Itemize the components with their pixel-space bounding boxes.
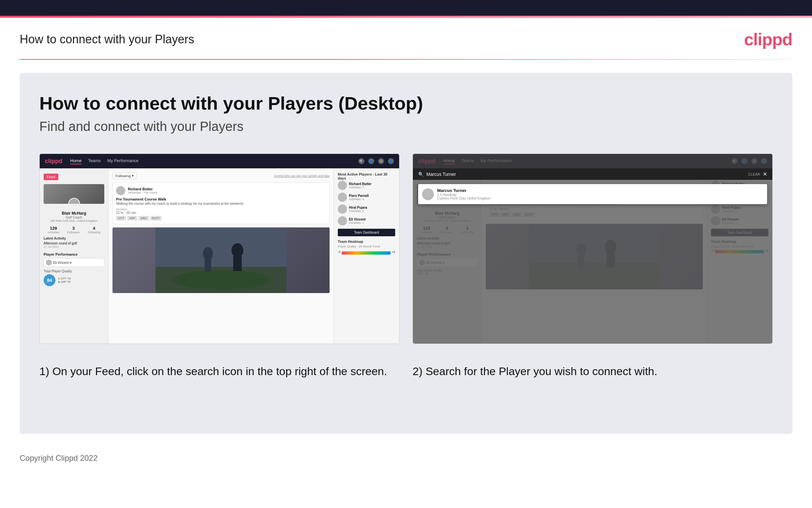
app-logo-1: clippd [45, 158, 62, 165]
settings-icon[interactable]: ⚙ [378, 158, 384, 164]
heatmap-bar-1 [342, 251, 391, 255]
player-performance-section-1: Player Performance Eli Vincent ▾ Total P… [44, 252, 104, 286]
profile-banner-1 [44, 184, 104, 204]
top-bar [0, 0, 812, 16]
copyright: Copyright Clippd 2022 [20, 454, 97, 462]
activity-card-header-1: Richard Butler Yesterday - The Grove [116, 186, 326, 195]
svg-point-3 [203, 247, 213, 260]
latest-activity-1: Latest Activity Afternoon round of golf … [44, 237, 104, 248]
svg-point-2 [172, 270, 270, 290]
page-title: How to connect with your Players [20, 33, 194, 46]
search-icon-overlay: 🔍 [418, 172, 424, 177]
player-avatar-1 [338, 181, 347, 190]
team-heatmap-title-1: Team Heatmap [338, 240, 395, 244]
search-result-avatar [422, 188, 434, 200]
app-right-1: Most Active Players - Last 30 days Richa… [334, 168, 399, 344]
card-avatar-1 [116, 186, 125, 195]
screenshot-2: clippd Home Teams My Performance 🔍 👤 ⚙ 👤 [413, 154, 773, 344]
caption-2: 2) Search for the Player you wish to con… [413, 364, 773, 379]
svg-rect-4 [205, 259, 211, 272]
caption-1: 1) On your Feed, click on the search ico… [39, 364, 399, 379]
profile-info-1: Blair McHarg Golf Coach Mill Ride Golf C… [44, 211, 104, 222]
nav-item-home[interactable]: Home [70, 158, 82, 164]
team-dashboard-btn-1[interactable]: Team Dashboard [338, 229, 395, 236]
player-avatar-2 [338, 193, 347, 202]
app-middle-1: Following ▾ Control who can see your act… [108, 168, 334, 344]
search-icon[interactable]: 🔍 [359, 158, 364, 164]
search-input[interactable] [426, 172, 746, 177]
stat-activities-1: 129 Activities [48, 226, 59, 234]
heatmap-sub-1: Player Quality - 20 Round Trend [338, 245, 395, 248]
main-subtitle: Find and connect with your Players [39, 119, 773, 134]
player-item-3: Hiral Pujara Activities: 3 [338, 205, 395, 214]
header-divider [20, 59, 792, 60]
card-duration-1: Duration 02 hr : 00 min [116, 207, 326, 215]
app-screenshot-1: clippd Home Teams My Performance 🔍 👤 ⚙ 👤 [40, 154, 399, 344]
player-select-1[interactable]: Eli Vincent ▾ [44, 258, 104, 267]
search-result-item[interactable]: Marcus Turner 1.5 Handicap Cypress Point… [422, 188, 763, 200]
footer: Copyright Clippd 2022 [0, 447, 812, 469]
following-header-1: Following ▾ Control who can see your act… [112, 172, 330, 179]
captions-row: 1) On your Feed, click on the search ico… [39, 364, 773, 379]
stat-following-1: 4 Following [88, 226, 100, 234]
nav-item-teams[interactable]: Teams [88, 158, 101, 164]
search-bar-overlay: 🔍 CLEAR ✕ [413, 168, 772, 180]
svg-rect-6 [233, 256, 242, 271]
feed-tab-1[interactable]: Feed [44, 174, 58, 180]
tpq-bars: ■ OTT 79 ■ APP 70 [58, 277, 70, 284]
player-item-4: Eli Vincent Activities: 1 [338, 216, 395, 225]
player-avatar-4 [338, 216, 347, 225]
player-select-avatar-1 [46, 260, 52, 265]
person-icon[interactable]: 👤 [368, 158, 374, 164]
main-content: How to connect with your Players (Deskto… [20, 73, 792, 434]
main-title: How to connect with your Players (Deskto… [39, 92, 773, 114]
stat-followers-1: 3 Followers [67, 226, 80, 234]
tpq-label: Total Player Quality [44, 269, 104, 273]
card-tags-1: OTT APP ARG PUTT [116, 216, 326, 220]
photo-placeholder-1 [112, 227, 330, 293]
avatar-icon[interactable]: 👤 [388, 158, 394, 164]
heatmap-range-1: -5 +5 [338, 249, 395, 255]
app-body-1: Feed Blair McHarg Golf Coach Mill Ride G… [40, 168, 399, 344]
tpq-score-row: 84 ■ OTT 79 ■ APP [44, 274, 104, 286]
control-link-1[interactable]: Control who can see your activity and da… [274, 174, 330, 177]
app-nav-items-1: Home Teams My Performance [70, 158, 350, 164]
search-results-dropdown: Marcus Turner 1.5 Handicap Cypress Point… [418, 184, 767, 204]
following-btn-1[interactable]: Following ▾ [112, 172, 137, 179]
profile-role-1: Golf Coach [44, 216, 104, 219]
tpq-circle: 84 [44, 274, 55, 286]
card-user-info-1: Richard Butler Yesterday - The Grove [128, 187, 157, 194]
nav-item-my-performance[interactable]: My Performance [107, 158, 138, 164]
search-result-info: Marcus Turner 1.5 Handicap Cypress Point… [437, 188, 490, 200]
screenshot-1: clippd Home Teams My Performance 🔍 👤 ⚙ 👤 [39, 154, 399, 344]
app-nav-icons-1: 🔍 👤 ⚙ 👤 [359, 158, 394, 164]
screenshots-row: clippd Home Teams My Performance 🔍 👤 ⚙ 👤 [39, 154, 773, 344]
profile-stats-1: 129 Activities 3 Followers 4 Following [44, 226, 104, 234]
player-item-1: Richard Butler Activities: 7 [338, 181, 395, 190]
clear-button[interactable]: CLEAR [748, 172, 760, 176]
logo: clippd [744, 30, 792, 49]
app-left-1: Feed Blair McHarg Golf Coach Mill Ride G… [40, 168, 108, 344]
svg-point-5 [232, 243, 243, 258]
search-overlay [413, 154, 772, 344]
player-avatar-3 [338, 205, 347, 214]
app-nav-1: clippd Home Teams My Performance 🔍 👤 ⚙ 👤 [40, 154, 399, 168]
close-button[interactable]: ✕ [763, 171, 767, 177]
player-item-2: Piers Parnell Activities: 4 [338, 193, 395, 202]
profile-club-1: Mill Ride Golf Club, United Kingdom [44, 219, 104, 222]
profile-name-1: Blair McHarg [44, 211, 104, 216]
app-screenshot-2: clippd Home Teams My Performance 🔍 👤 ⚙ 👤 [413, 154, 772, 344]
header: How to connect with your Players clippd [0, 18, 812, 59]
activity-card-1: Richard Butler Yesterday - The Grove Pre… [112, 182, 330, 224]
